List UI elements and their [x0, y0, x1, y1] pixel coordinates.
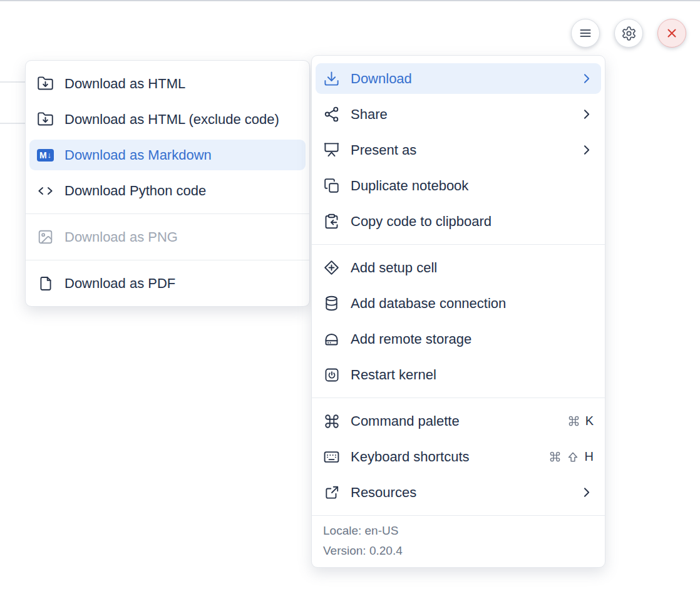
command-icon: [323, 413, 340, 429]
chevron-right-icon: [579, 107, 594, 121]
diamond-plus-icon: [323, 259, 340, 276]
settings-button[interactable]: [614, 19, 643, 48]
menu-button[interactable]: [571, 19, 600, 48]
floating-toolbar: [571, 19, 686, 48]
menu-item-label: Download as Markdown: [64, 147, 298, 163]
menu-item-keyboard-shortcuts[interactable]: Keyboard shortcutsH: [312, 439, 605, 475]
menu-item-label: Share: [351, 106, 569, 123]
external-link-icon: [323, 485, 340, 501]
menu-item-download-markdown[interactable]: M↓Download as Markdown: [29, 140, 306, 170]
menu-item-label: Add setup cell: [351, 260, 594, 276]
hamburger-icon: [578, 26, 593, 41]
chevron-right-icon: [579, 71, 594, 86]
menu-item-label: Download: [351, 71, 569, 87]
menu-item-copy-code[interactable]: Copy code to clipboard: [312, 203, 605, 239]
keyboard-icon: [323, 448, 340, 466]
menu-item-label: Duplicate notebook: [351, 178, 594, 194]
duplicate-icon: [323, 178, 340, 194]
menu-item-label: Keyboard shortcuts: [351, 449, 538, 465]
download-submenu: Download as HTMLDownload as HTML (exclud…: [25, 60, 310, 307]
menu-item-add-setup-cell[interactable]: Add setup cell: [312, 250, 605, 285]
background-rule-line: [0, 123, 28, 124]
page-top-border: [0, 0, 700, 1]
close-icon: [664, 26, 679, 41]
clipboard-copy-icon: [323, 213, 340, 230]
menu-item-label: Download as PNG: [64, 229, 298, 245]
folder-download-icon: [37, 75, 54, 92]
menu-item-present-as[interactable]: Present as: [312, 132, 605, 168]
gear-icon: [621, 26, 637, 41]
menu-item-label: Command palette: [351, 413, 557, 429]
menu-item-label: Restart kernel: [351, 367, 594, 383]
close-button[interactable]: [657, 19, 686, 48]
markdown-badge-icon: M↓: [37, 149, 54, 162]
menu-item-label: Resources: [351, 485, 569, 501]
menu-footer: Locale: en-US Version: 0.20.4: [312, 515, 605, 567]
menu-item-label: Download Python code: [64, 183, 298, 199]
notebook-menu: DownloadSharePresent asDuplicate noteboo…: [311, 55, 605, 568]
shortcut-hint: K: [568, 414, 594, 428]
background-rule-line: [0, 81, 28, 83]
menu-item-share[interactable]: Share: [312, 96, 605, 132]
menu-item-duplicate-notebook[interactable]: Duplicate notebook: [312, 168, 605, 203]
menu-item-command-palette[interactable]: Command paletteK: [312, 403, 605, 439]
menu-item-download-python[interactable]: Download Python code: [26, 173, 309, 208]
menu-item-add-remote-storage[interactable]: Add remote storage: [312, 321, 605, 357]
menu-item-download[interactable]: Download: [316, 63, 601, 94]
menu-divider: [312, 244, 605, 245]
menu-divider: [26, 260, 309, 260]
share-icon: [323, 106, 340, 123]
menu-item-download-html[interactable]: Download as HTML: [26, 66, 309, 101]
menu-item-label: Copy code to clipboard: [351, 213, 594, 230]
download-submenu-items: Download as HTMLDownload as HTML (exclud…: [26, 66, 309, 301]
file-icon: [37, 275, 54, 292]
shortcut-hint: H: [549, 449, 594, 464]
folder-download-icon: [37, 111, 54, 128]
menu-item-label: Download as PDF: [64, 275, 298, 292]
shift-key-icon: [567, 451, 579, 463]
menu-item-download-html-exclude-code[interactable]: Download as HTML (exclude code): [26, 101, 309, 137]
present-icon: [323, 141, 340, 158]
menu-item-restart-kernel[interactable]: Restart kernel: [312, 357, 605, 393]
menu-item-download-pdf[interactable]: Download as PDF: [26, 265, 309, 301]
menu-divider: [26, 213, 309, 214]
menu-item-label: Add database connection: [351, 295, 594, 312]
key-letter: H: [585, 449, 594, 464]
menu-item-add-database-connection[interactable]: Add database connection: [312, 285, 605, 321]
menu-item-label: Present as: [351, 142, 569, 158]
command-key-icon: [568, 415, 580, 427]
command-key-icon: [549, 451, 561, 463]
menu-item-label: Download as HTML: [64, 76, 298, 92]
database-icon: [323, 295, 340, 312]
version-text: Version: 0.20.4: [323, 544, 594, 558]
menu-item-label: Download as HTML (exclude code): [64, 111, 298, 128]
menu-divider: [312, 398, 605, 398]
storage-icon: [323, 331, 340, 347]
notebook-menu-items: DownloadSharePresent asDuplicate noteboo…: [312, 63, 605, 510]
menu-item-download-png: Download as PNG: [26, 219, 309, 255]
code-icon: [37, 182, 54, 200]
chevron-right-icon: [579, 485, 594, 500]
image-icon: [37, 228, 54, 245]
power-square-icon: [323, 367, 340, 383]
key-letter: K: [585, 414, 594, 428]
locale-text: Locale: en-US: [323, 524, 594, 538]
chevron-right-icon: [579, 143, 594, 157]
menu-item-resources[interactable]: Resources: [312, 475, 605, 510]
download-icon: [323, 70, 340, 87]
menu-item-label: Add remote storage: [351, 331, 594, 347]
markdown-badge: M↓: [37, 149, 54, 162]
